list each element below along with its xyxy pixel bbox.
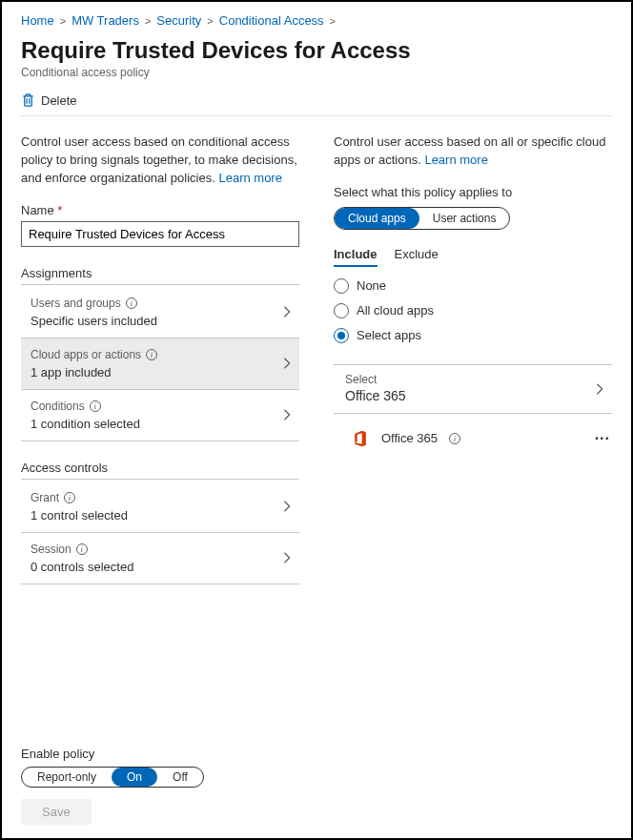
bc-mwtraders[interactable]: MW Traders bbox=[71, 13, 139, 28]
more-icon[interactable]: ··· bbox=[595, 430, 610, 447]
chevron-right-icon bbox=[280, 305, 294, 318]
access-value: 0 controls selected bbox=[31, 560, 296, 574]
info-icon[interactable]: i bbox=[76, 543, 88, 555]
chevron-right-icon: > bbox=[207, 15, 213, 27]
access-title: Grant bbox=[31, 491, 59, 504]
info-icon[interactable]: i bbox=[449, 433, 460, 444]
enable-policy-toggle: Report-only On Off bbox=[21, 767, 204, 788]
tab-include[interactable]: Include bbox=[334, 247, 378, 267]
delete-icon[interactable] bbox=[21, 92, 35, 108]
assignment-value: Specific users included bbox=[31, 314, 296, 328]
footer: Enable policy Report-only On Off Save bbox=[21, 747, 612, 825]
radio-all-cloud-apps[interactable]: All cloud apps bbox=[334, 303, 612, 318]
assignment-value: 1 app included bbox=[31, 365, 296, 379]
include-exclude-tabs: Include Exclude bbox=[334, 247, 612, 267]
app-name: Office 365 bbox=[381, 431, 438, 445]
right-learn-more-link[interactable]: Learn more bbox=[424, 153, 487, 167]
toolbar: Delete bbox=[21, 92, 612, 116]
assignment-users-groups[interactable]: Users and groups i Specific users includ… bbox=[21, 287, 299, 338]
select-value: Office 365 bbox=[345, 388, 608, 403]
radio-select-apps[interactable]: Select apps bbox=[334, 328, 612, 343]
access-grant[interactable]: Grant i 1 control selected bbox=[21, 481, 299, 533]
page-title: Require Trusted Devices for Access bbox=[21, 37, 612, 64]
selected-app-row: Office 365 i ··· bbox=[334, 423, 612, 454]
applies-to-toggle: Cloud apps User actions bbox=[334, 207, 510, 230]
right-column: Control user access based on all or spec… bbox=[334, 133, 612, 747]
info-icon[interactable]: i bbox=[64, 492, 75, 503]
radio-icon bbox=[334, 278, 349, 294]
enable-policy-label: Enable policy bbox=[21, 747, 612, 761]
access-session[interactable]: Session i 0 controls selected bbox=[21, 533, 299, 584]
access-title: Session bbox=[31, 543, 71, 556]
assignment-conditions[interactable]: Conditions i 1 condition selected bbox=[21, 390, 299, 441]
include-radio-group: None All cloud apps Select apps bbox=[334, 278, 612, 359]
radio-label: Select apps bbox=[357, 328, 421, 342]
chevron-right-icon bbox=[280, 500, 294, 513]
save-button[interactable]: Save bbox=[21, 799, 92, 825]
bc-home[interactable]: Home bbox=[21, 13, 54, 28]
info-icon[interactable]: i bbox=[126, 297, 137, 309]
info-icon[interactable]: i bbox=[90, 400, 101, 412]
assignment-value: 1 condition selected bbox=[31, 417, 296, 431]
radio-label: All cloud apps bbox=[357, 303, 434, 318]
chevron-right-icon bbox=[280, 408, 294, 421]
toggle-off[interactable]: Off bbox=[157, 768, 203, 787]
left-intro: Control user access based on conditional… bbox=[21, 133, 299, 188]
delete-button[interactable]: Delete bbox=[41, 93, 77, 108]
tab-exclude[interactable]: Exclude bbox=[395, 247, 439, 267]
access-value: 1 control selected bbox=[31, 508, 296, 522]
chevron-right-icon: > bbox=[145, 15, 151, 27]
page-subtitle: Conditional access policy bbox=[21, 66, 612, 79]
assignment-title: Cloud apps or actions bbox=[31, 348, 141, 361]
pill-user-actions[interactable]: User actions bbox=[419, 208, 510, 229]
assignment-title: Users and groups bbox=[31, 297, 121, 310]
assignments-heading: Assignments bbox=[21, 266, 299, 285]
name-input[interactable] bbox=[21, 221, 299, 247]
toggle-report-only[interactable]: Report-only bbox=[22, 768, 112, 787]
right-intro: Control user access based on all or spec… bbox=[334, 133, 612, 170]
office-icon bbox=[351, 429, 370, 448]
select-apps-picker[interactable]: Select Office 365 bbox=[334, 364, 612, 414]
breadcrumb: Home > MW Traders > Security > Condition… bbox=[21, 13, 612, 28]
chevron-right-icon: > bbox=[330, 15, 336, 27]
info-icon[interactable]: i bbox=[146, 349, 157, 360]
radio-none[interactable]: None bbox=[334, 278, 612, 294]
bc-conditional-access[interactable]: Conditional Access bbox=[219, 13, 324, 28]
chevron-right-icon bbox=[280, 357, 294, 370]
assignment-cloud-apps[interactable]: Cloud apps or actions i 1 app included bbox=[21, 338, 299, 390]
radio-icon bbox=[334, 328, 349, 343]
applies-to-label: Select what this policy applies to bbox=[334, 185, 612, 199]
toggle-on[interactable]: On bbox=[112, 768, 157, 787]
bc-security[interactable]: Security bbox=[156, 13, 201, 28]
radio-label: None bbox=[357, 278, 386, 293]
chevron-right-icon: > bbox=[60, 15, 66, 27]
radio-icon bbox=[334, 303, 349, 318]
assignment-title: Conditions bbox=[31, 400, 85, 413]
select-label: Select bbox=[345, 373, 608, 386]
pill-cloud-apps[interactable]: Cloud apps bbox=[335, 208, 419, 229]
left-learn-more-link[interactable]: Learn more bbox=[218, 171, 281, 185]
chevron-right-icon bbox=[280, 551, 294, 564]
chevron-right-icon bbox=[593, 382, 606, 396]
name-label: Name * bbox=[21, 203, 299, 217]
left-column: Control user access based on conditional… bbox=[21, 133, 299, 747]
access-controls-heading: Access controls bbox=[21, 461, 299, 480]
